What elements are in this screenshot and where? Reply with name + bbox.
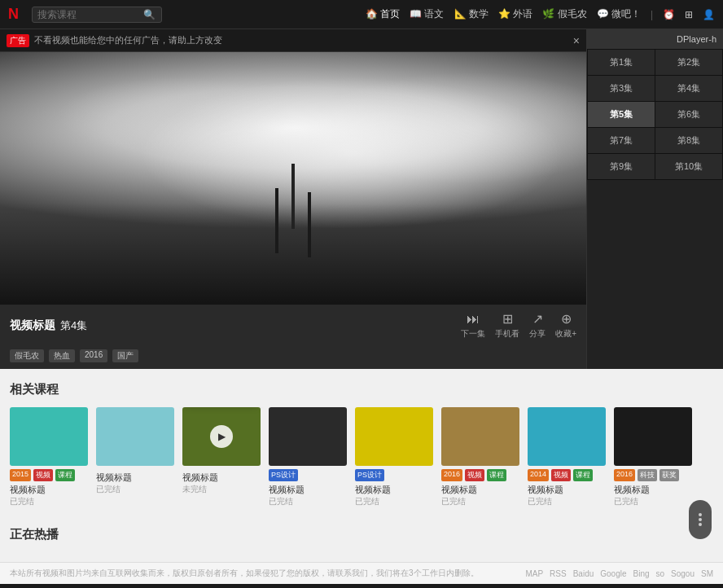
tag-item[interactable]: 2016 [80,349,107,362]
nav-special1[interactable]: 🌿 假毛农 [542,7,586,21]
course-name-7: 视频标题 [528,484,606,496]
scroll-helper[interactable] [689,500,712,539]
ad-close-button[interactable]: × [573,34,580,47]
course-tag: 获奖 [659,469,679,481]
nav-special2[interactable]: 💬 微吧！ [597,7,641,21]
course-tag: 视频 [33,469,53,481]
mobile-watch-button[interactable]: ⊞ 手机看 [495,311,519,340]
course-card-2[interactable]: 视频标题 已完结 [96,407,174,507]
header-clock-icon[interactable]: ⏰ [663,9,675,20]
course-thumb-6 [441,407,519,466]
search-input[interactable] [37,9,143,20]
course-name-8: 视频标题 [614,484,692,496]
footer-link-google[interactable]: Google [600,569,626,578]
course-status-3: 未完结 [182,484,261,495]
nav-math[interactable]: 📐 数学 [454,7,489,21]
course-tag: 2014 [528,469,549,481]
episode-2[interactable]: 第2集 [655,50,722,75]
search-bar[interactable]: 🔍 [32,7,162,23]
course-thumb-2 [96,407,174,466]
course-card-7[interactable]: 2014 视频 课程 视频标题 已完结 [528,407,606,507]
courses-grid: 2015 视频 课程 视频标题 已完结 视频标题 已完结 视频标题 未完结 ▶ [10,407,713,507]
course-name-6: 视频标题 [441,484,519,496]
footer-link-bing[interactable]: Bing [633,569,650,578]
course-tags-5: PS设计 [355,469,433,481]
course-card-3[interactable]: 视频标题 未完结 ▶ 视频标题 未完结 [182,407,261,507]
course-tag: 2016 [614,469,635,481]
course-thumb-5 [355,407,433,466]
tag-item[interactable]: 热血 [49,349,75,362]
course-tag: 2016 [441,469,462,481]
ad-banner: 广告 不看视频也能给您中的任何广告，请助上方改变 × [0,29,586,52]
course-thumb-1 [10,407,88,466]
course-status-5: 已完结 [355,496,433,507]
course-tag: 科技 [638,469,657,481]
footer-links: MAP RSS Baidu Google Bing so Sogou SM [525,569,713,578]
course-card-1[interactable]: 2015 视频 课程 视频标题 已完结 [10,407,88,507]
episode-4[interactable]: 第4集 [655,76,722,101]
episode-grid: 第1集 第2集 第3集 第4集 第5集 第6集 第7集 第8集 第9集 第10集 [587,49,723,180]
favorite-button[interactable]: ⊕ 收藏+ [555,311,576,340]
nav-home[interactable]: 🏠 首页 [366,7,400,21]
episode-8[interactable]: 第8集 [655,128,722,153]
course-tag: 视频 [551,469,571,481]
scroll-dot [699,518,702,521]
favorite-icon: ⊕ [561,311,572,327]
play-overlay: ▶ [182,407,261,466]
footer-link-rss[interactable]: RSS [550,569,567,578]
footer-link-sm[interactable]: SM [701,569,713,578]
course-status-4: 已完结 [269,496,347,507]
course-status-6: 已完结 [441,496,519,507]
course-name-1: 视频标题 [10,484,88,496]
footer-link-map[interactable]: MAP [525,569,543,578]
related-courses-section: 相关课程 2015 视频 课程 视频标题 已完结 视频标题 已完结 视频标题 未… [0,369,723,520]
episode-10[interactable]: 第10集 [655,154,722,179]
episode-9[interactable]: 第9集 [588,154,655,179]
nav-foreign[interactable]: ⭐ 外语 [498,7,532,21]
course-status-8: 已完结 [614,496,692,507]
header-user-icon[interactable]: 👤 [703,9,715,20]
nav-links: 🏠 首页 📖 语文 📐 数学 ⭐ 外语 🌿 假毛农 💬 微吧！ | ⏰ ⊞ 👤 [366,7,715,21]
favorite-label: 收藏+ [555,328,576,340]
episode-3[interactable]: 第3集 [588,76,655,101]
course-tags-4: PS设计 [269,469,347,481]
ad-banner-left: 广告 不看视频也能给您中的任何广告，请助上方改变 [7,34,222,47]
share-button[interactable]: ↗ 分享 [529,311,546,340]
footer-link-sogou[interactable]: Sogou [671,569,695,578]
hot-section-title: 正在热播 [10,527,713,542]
next-label: 下一集 [461,328,485,340]
video-title: 视频标题 [10,318,55,333]
course-tag: 视频 [465,469,484,481]
course-card-8[interactable]: 2016 科技 获奖 视频标题 已完结 [614,407,692,507]
episode-6[interactable]: 第6集 [655,102,722,127]
course-tags-8: 2016 科技 获奖 [614,469,692,481]
course-tags-6: 2016 视频 课程 [441,469,519,481]
video-title-area: 视频标题 第4集 [10,318,87,333]
course-card-4[interactable]: PS设计 视频标题 已完结 [269,407,347,507]
video-player[interactable] [0,52,586,305]
main-area: 广告 不看视频也能给您中的任何广告，请助上方改变 × 视频标题 第4集 ⏭ 下一… [0,29,723,369]
mobile-label: 手机看 [495,328,519,340]
related-courses-title: 相关课程 [10,382,713,397]
ad-text: 不看视频也能给您中的任何广告，请助上方改变 [34,34,222,46]
course-name-3: 视频标题 [182,472,261,484]
course-card-6[interactable]: 2016 视频 课程 视频标题 已完结 [441,407,519,507]
search-icon[interactable]: 🔍 [143,9,156,20]
course-tag: PS设计 [355,469,384,481]
next-episode-button[interactable]: ⏭ 下一集 [461,312,485,340]
episode-1[interactable]: 第1集 [588,50,655,75]
episode-5[interactable]: 第5集 [588,102,655,127]
episode-7[interactable]: 第7集 [588,128,655,153]
header-grid-icon[interactable]: ⊞ [685,9,693,20]
footer-disclaimer: 本站所有视频和图片均来自互联网收集而来，版权归原创者所有，如果侵犯了您的版权，请… [10,568,479,579]
tag-item[interactable]: 假毛农 [10,349,44,362]
footer-link-baidu[interactable]: Baidu [573,569,594,578]
course-tag: 2015 [10,469,31,481]
play-button[interactable]: ▶ [210,425,233,448]
course-name-4: 视频标题 [269,484,347,496]
footer-link-so[interactable]: so [656,569,665,578]
nav-chinese[interactable]: 📖 语文 [410,7,444,21]
course-card-5[interactable]: PS设计 视频标题 已完结 [355,407,433,507]
course-thumb-3: ▶ [182,407,261,466]
tag-item[interactable]: 国产 [112,349,138,362]
